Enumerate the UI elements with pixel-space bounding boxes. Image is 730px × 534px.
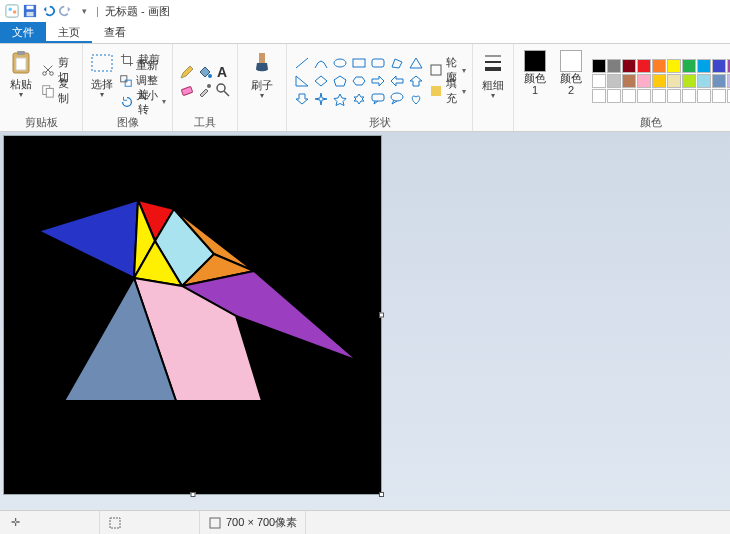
svg-rect-0 xyxy=(6,5,18,17)
color-swatch[interactable] xyxy=(622,74,636,88)
color-swatch[interactable] xyxy=(667,59,681,73)
magnifier-icon[interactable] xyxy=(215,82,231,98)
group-shapes: 轮廓 ▾ 填充 ▾ 形状 xyxy=(287,44,473,131)
color-swatch[interactable] xyxy=(637,74,651,88)
color-swatch[interactable] xyxy=(607,74,621,88)
shape-triangle-icon[interactable] xyxy=(407,55,425,71)
svg-point-26 xyxy=(391,93,403,101)
color-swatch[interactable] xyxy=(607,59,621,73)
brush-label: 刷子 xyxy=(251,79,273,91)
color-swatch[interactable] xyxy=(622,59,636,73)
shape-oval-icon[interactable] xyxy=(331,55,349,71)
brush-button[interactable]: 刷子 ▾ xyxy=(244,49,280,115)
resize-handle-s[interactable] xyxy=(190,492,195,497)
shape-heart-icon[interactable] xyxy=(407,91,425,107)
shape-star4-icon[interactable] xyxy=(312,91,330,107)
shape-rtriangle-icon[interactable] xyxy=(293,73,311,89)
copy-button[interactable]: 复制 xyxy=(41,81,76,101)
color1-button[interactable]: 颜色 1 xyxy=(520,48,550,114)
color-swatch-empty[interactable] xyxy=(637,89,651,103)
color2-label: 颜色 2 xyxy=(556,72,586,96)
shape-star5-icon[interactable] xyxy=(331,91,349,107)
rotate-label: 旋转 xyxy=(138,87,159,117)
color-swatch[interactable] xyxy=(592,59,606,73)
color-swatch-empty[interactable] xyxy=(622,89,636,103)
fill-icon[interactable] xyxy=(197,64,213,80)
group-clipboard: 粘贴 ▾ 剪切 复制 剪贴板 xyxy=(0,44,83,131)
resize-handle-se[interactable] xyxy=(379,492,384,497)
group-brushes: 刷子 ▾ xyxy=(238,44,287,131)
shape-pentagon-icon[interactable] xyxy=(331,73,349,89)
svg-point-16 xyxy=(208,74,212,78)
ribbon-tabs: 文件 主页 查看 xyxy=(0,22,730,44)
window-title: 无标题 - 画图 xyxy=(105,4,170,19)
shape-polygon-icon[interactable] xyxy=(388,55,406,71)
color-swatch[interactable] xyxy=(667,74,681,88)
shape-diamond-icon[interactable] xyxy=(312,73,330,89)
shape-curve-icon[interactable] xyxy=(312,55,330,71)
color-swatch[interactable] xyxy=(697,59,711,73)
color-swatch[interactable] xyxy=(652,74,666,88)
redo-icon[interactable] xyxy=(58,3,74,19)
color1-label: 颜色 1 xyxy=(520,72,550,96)
eraser-icon[interactable] xyxy=(179,82,195,98)
pencil-icon[interactable] xyxy=(179,64,195,80)
group-colors-label: 颜色 xyxy=(520,114,730,130)
rotate-icon xyxy=(119,94,135,110)
color-swatch[interactable] xyxy=(592,74,606,88)
qat-customize-icon[interactable]: ▾ xyxy=(76,3,92,19)
shape-callout-icon[interactable] xyxy=(369,91,387,107)
shape-star6-icon[interactable] xyxy=(350,91,368,107)
shape-arrowu-icon[interactable] xyxy=(407,73,425,89)
color-swatch[interactable] xyxy=(712,59,726,73)
shape-roundrect-icon[interactable] xyxy=(369,55,387,71)
color-swatch-empty[interactable] xyxy=(667,89,681,103)
text-icon[interactable]: A xyxy=(215,64,231,80)
shape-arrowd-icon[interactable] xyxy=(293,91,311,107)
color-swatch-empty[interactable] xyxy=(607,89,621,103)
tab-home[interactable]: 主页 xyxy=(46,22,92,43)
eyedropper-icon[interactable] xyxy=(197,82,213,98)
chevron-down-icon: ▾ xyxy=(19,90,23,99)
color-swatch[interactable] xyxy=(652,59,666,73)
canvas[interactable] xyxy=(4,136,381,494)
tab-file[interactable]: 文件 xyxy=(0,22,46,43)
tab-view[interactable]: 查看 xyxy=(92,22,138,43)
status-bar: ✛ 700 × 700像素 xyxy=(0,510,730,534)
save-icon[interactable] xyxy=(22,3,38,19)
color-swatch-empty[interactable] xyxy=(697,89,711,103)
color2-button[interactable]: 颜色 2 xyxy=(556,48,586,114)
color-swatch-empty[interactable] xyxy=(712,89,726,103)
size-label: 粗细 xyxy=(482,79,504,91)
paste-button[interactable]: 粘贴 ▾ xyxy=(6,48,37,114)
shape-arrowr-icon[interactable] xyxy=(369,73,387,89)
shape-arrowl-icon[interactable] xyxy=(388,73,406,89)
shapes-gallery[interactable] xyxy=(293,55,425,107)
resize-handle-e[interactable] xyxy=(379,313,384,318)
chevron-down-icon: ▾ xyxy=(260,91,264,100)
selection-icon xyxy=(108,516,122,530)
shape-callout2-icon[interactable] xyxy=(388,91,406,107)
shape-hexagon-icon[interactable] xyxy=(350,73,368,89)
color-swatch-empty[interactable] xyxy=(682,89,696,103)
color-swatch[interactable] xyxy=(682,59,696,73)
fill-shape-icon xyxy=(429,83,443,99)
rotate-button[interactable]: 旋转 ▾ xyxy=(119,92,166,112)
color-swatch[interactable] xyxy=(682,74,696,88)
svg-rect-28 xyxy=(431,86,441,96)
canvas-workspace[interactable] xyxy=(0,132,730,510)
color-swatch[interactable] xyxy=(712,74,726,88)
color-swatch[interactable] xyxy=(637,59,651,73)
shape-fill-button[interactable]: 填充 ▾ xyxy=(429,81,466,101)
svg-rect-7 xyxy=(17,51,25,55)
select-button[interactable]: 选择 ▾ xyxy=(89,48,115,114)
svg-point-2 xyxy=(13,10,17,14)
color-swatch-empty[interactable] xyxy=(592,89,606,103)
color-swatch[interactable] xyxy=(697,74,711,88)
shape-line-icon[interactable] xyxy=(293,55,311,71)
shape-rect-icon[interactable] xyxy=(350,55,368,71)
undo-icon[interactable] xyxy=(40,3,56,19)
color-swatch-empty[interactable] xyxy=(652,89,666,103)
size-button[interactable]: 粗细 ▾ xyxy=(479,49,507,115)
svg-rect-14 xyxy=(121,75,127,81)
